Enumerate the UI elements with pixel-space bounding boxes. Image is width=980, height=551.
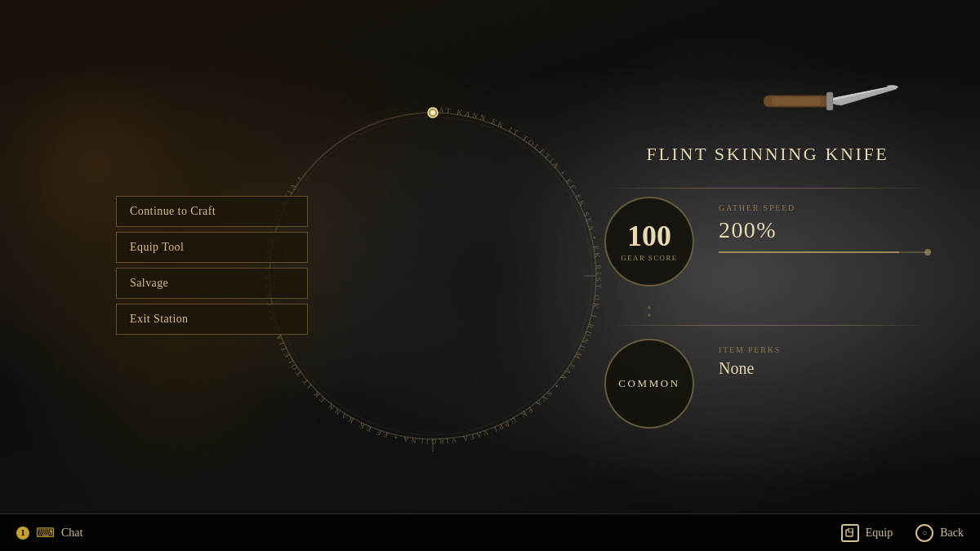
stats-row-gear: 100 GEAR SCORE GATHER SPEED 200% xyxy=(604,197,931,287)
item-perks-value: None xyxy=(719,359,931,378)
gear-score-label: GEAR SCORE xyxy=(621,254,677,262)
gather-speed-bar-fill xyxy=(719,251,899,253)
svg-rect-9 xyxy=(772,97,821,105)
divider-top xyxy=(604,188,931,189)
svg-point-1 xyxy=(274,117,592,435)
menu-panel: Continue to Craft Equip Tool Salvage Exi… xyxy=(116,196,308,335)
gear-score-value: 100 xyxy=(627,221,671,251)
chat-section[interactable]: 1 ⌨ Chat xyxy=(16,525,82,540)
svg-text:PAT KANN EK IT TOLFTIA • EF EK: PAT KANN EK IT TOLFTIA • EF EK SEA • EK … xyxy=(263,105,603,445)
gather-speed-bar-dot xyxy=(924,249,931,256)
item-name: FLINT SKINNING KNIFE xyxy=(604,144,931,165)
equip-button[interactable]: Equip xyxy=(841,524,893,542)
gear-score-circle: 100 GEAR SCORE xyxy=(604,197,694,287)
bottom-bar: 1 ⌨ Chat Equip ○ Back xyxy=(0,513,980,551)
divider-mid xyxy=(604,325,931,326)
info-panel: FLINT SKINNING KNIFE 100 GEAR SCORE GATH… xyxy=(604,65,931,448)
item-perks-info: ITEM PERKS None xyxy=(719,339,931,378)
gather-speed-bar xyxy=(719,251,931,253)
chat-label: Chat xyxy=(61,527,82,540)
gather-speed-label: GATHER SPEED xyxy=(719,203,931,212)
stats-row-rarity: COMMON ITEM PERKS None xyxy=(604,339,931,429)
equip-icon xyxy=(841,524,859,542)
bottom-actions: Equip ○ Back xyxy=(841,524,964,542)
svg-rect-10 xyxy=(826,92,833,110)
svg-rect-12 xyxy=(849,528,853,532)
chat-icon: ⌨ xyxy=(36,525,55,540)
svg-point-4 xyxy=(430,110,435,115)
back-icon: ○ xyxy=(915,524,933,542)
gather-speed-info: GATHER SPEED 200% xyxy=(719,197,931,253)
chat-badge: 1 xyxy=(16,527,29,540)
arc-decoration: PAT KANN EK IT TOLFTIA • EF EK SEA • EK … xyxy=(261,39,604,513)
menu-item-salvage[interactable]: Salvage xyxy=(116,268,308,299)
rarity-value: COMMON xyxy=(618,377,680,390)
item-image-area xyxy=(604,65,931,131)
item-perks-label: ITEM PERKS xyxy=(719,345,931,354)
item-image xyxy=(760,65,906,131)
menu-item-continue-craft[interactable]: Continue to Craft xyxy=(116,196,308,227)
rarity-circle: COMMON xyxy=(604,339,694,429)
gather-speed-value: 200% xyxy=(719,217,931,243)
back-button[interactable]: ○ Back xyxy=(915,524,964,542)
back-label: Back xyxy=(940,527,964,540)
equip-label: Equip xyxy=(866,527,893,540)
menu-item-equip-tool[interactable]: Equip Tool xyxy=(116,232,308,263)
menu-item-exit-station[interactable]: Exit Station xyxy=(116,304,308,335)
